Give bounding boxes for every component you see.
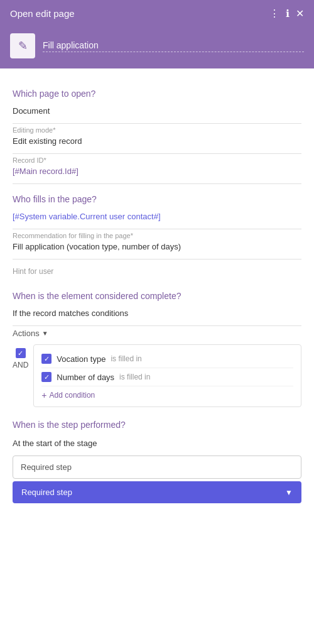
step-dropdown-selected[interactable]: Required step ▼ — [13, 481, 301, 503]
close-icon[interactable]: ✕ — [296, 8, 304, 19]
add-condition-label: Add condition — [50, 391, 95, 400]
conditions-box: Vocation type is filled in Number of day… — [33, 344, 301, 407]
header-left: Open edit page — [10, 8, 75, 19]
completion-condition-value: If the record matches conditions — [13, 307, 301, 320]
step-section-title: When is the step performed? — [13, 420, 301, 430]
condition-checkbox-1[interactable] — [41, 372, 51, 382]
condition-op-0: is filled in — [111, 354, 141, 363]
condition-field-1: Number of days — [57, 373, 114, 382]
conditions-section: When is the element considered complete?… — [13, 291, 301, 407]
add-condition-button[interactable]: + Add condition — [41, 386, 293, 401]
page-type-field: Document — [13, 105, 301, 124]
chevron-down-icon: ▼ — [285, 488, 293, 497]
edit-icon: ✎ — [18, 39, 28, 53]
header-icons: ⋮ ℹ ✕ — [269, 8, 304, 19]
who-fills-field: [#System variable.Current user contact#] — [13, 210, 301, 229]
header: Open edit page ⋮ ℹ ✕ — [0, 0, 314, 27]
step-dropdown-placeholder: Required step — [21, 462, 72, 472]
header-title: Open edit page — [10, 8, 75, 19]
actions-arrow-icon: ▼ — [42, 330, 48, 337]
sub-header: ✎ Fill application — [0, 27, 314, 68]
recommendation-value: Fill application (vocation type, number … — [13, 241, 301, 254]
who-fills-title: Who fills in the page? — [13, 194, 301, 204]
which-page-title: Which page to open? — [13, 89, 301, 99]
condition-checkbox-0[interactable] — [41, 354, 51, 364]
sub-header-label: Fill application — [43, 40, 304, 52]
step-dropdown-selected-label: Required step — [21, 488, 72, 497]
recommendation-label: Recommendation for filling in the page* — [13, 232, 301, 239]
editing-mode-field: Editing mode* Edit existing record — [13, 126, 301, 154]
and-checkbox-area: AND — [13, 344, 28, 369]
condition-item-1: Number of days is filled in — [41, 368, 293, 386]
record-id-label: Record ID* — [13, 156, 301, 164]
content: Which page to open? Document Editing mod… — [0, 68, 314, 513]
condition-field-0: Vocation type — [57, 354, 106, 364]
condition-item-0: Vocation type is filled in — [41, 350, 293, 368]
condition-op-1: is filled in — [119, 373, 150, 381]
page-type-value: Document — [13, 105, 301, 118]
completion-condition: If the record matches conditions — [13, 307, 301, 326]
step-value: At the start of the stage — [13, 436, 301, 456]
editing-mode-value: Edit existing record — [13, 135, 301, 148]
hint-for-user: Hint for user — [13, 262, 301, 281]
and-label: AND — [13, 361, 28, 369]
record-id-value: [#Main record.Id#] — [13, 165, 301, 178]
completion-title: When is the element considered complete? — [13, 291, 301, 301]
editing-mode-label: Editing mode* — [13, 126, 301, 134]
record-id-field: Record ID* [#Main record.Id#] — [13, 156, 301, 184]
more-icon[interactable]: ⋮ — [269, 8, 279, 19]
sub-header-icon-box: ✎ — [10, 33, 35, 58]
info-icon[interactable]: ℹ — [286, 8, 290, 19]
plus-icon: + — [41, 390, 46, 400]
recommendation-field: Recommendation for filling in the page* … — [13, 232, 301, 259]
who-fills-value: [#System variable.Current user contact#] — [13, 210, 301, 224]
condition-row-container: AND Vocation type is filled in Number of… — [13, 344, 301, 407]
actions-label[interactable]: Actions ▼ — [13, 329, 301, 338]
and-checkbox[interactable] — [16, 348, 26, 358]
actions-text: Actions — [13, 329, 40, 338]
step-dropdown-input[interactable]: Required step — [13, 456, 301, 479]
step-section: When is the step performed? At the start… — [13, 420, 301, 503]
